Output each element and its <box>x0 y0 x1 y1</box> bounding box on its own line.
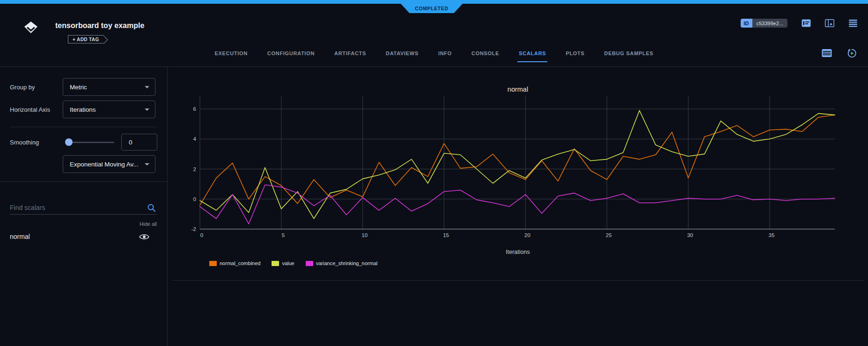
smoothing-row: Smoothing <box>0 134 167 151</box>
group-by-label: Group by <box>10 84 63 91</box>
group-by-select[interactable]: Metric <box>63 78 155 96</box>
top-accent-bar: COMPLETED <box>0 0 868 4</box>
legend-label: normal_combined <box>220 260 260 266</box>
chevron-down-icon <box>145 163 149 166</box>
svg-text:2: 2 <box>193 166 196 172</box>
svg-text:35: 35 <box>769 232 775 238</box>
smoothing-label: Smoothing <box>10 139 63 146</box>
sidebar: Group by Metric Horizontal Axis Iteratio… <box>0 67 168 346</box>
divider <box>10 127 157 127</box>
svg-text:-2: -2 <box>191 226 196 232</box>
menu-icon[interactable] <box>848 19 858 27</box>
tab-console[interactable]: CONSOLE <box>471 40 499 66</box>
tab-dataviews[interactable]: DATAVIEWS <box>386 40 419 66</box>
svg-text:5: 5 <box>282 232 285 238</box>
legend-label: value <box>282 260 294 266</box>
tab-bar: EXECUTION CONFIGURATION ARTIFACTS DATAVI… <box>0 40 868 67</box>
tab-configuration[interactable]: CONFIGURATION <box>267 40 315 66</box>
id-value: c53399e2... <box>752 19 788 28</box>
smoothing-method-row: Exponential Moving Av... <box>0 155 167 173</box>
svg-text:25: 25 <box>606 232 612 238</box>
legend-swatch <box>209 261 217 266</box>
smoothing-method-value: Exponential Moving Av... <box>70 161 139 168</box>
comment-icon[interactable] <box>802 19 811 27</box>
svg-text:30: 30 <box>687 232 693 238</box>
header-left: tensorboard toy example + ADD TAG <box>23 4 144 40</box>
horizontal-axis-value: Iterations <box>70 106 96 113</box>
tab-plots[interactable]: PLOTS <box>566 40 584 66</box>
tab-artifacts[interactable]: ARTIFACTS <box>334 40 366 66</box>
legend-swatch <box>306 261 313 266</box>
table-view-icon[interactable] <box>822 49 832 58</box>
tab-execution[interactable]: EXECUTION <box>214 40 247 66</box>
scalar-search <box>10 201 157 215</box>
group-by-value: Metric <box>70 84 87 91</box>
experiment-title: tensorboard toy example <box>55 21 144 31</box>
svg-text:15: 15 <box>443 232 449 238</box>
scalar-chart-card: normal -2024605101520253035 Iterations n… <box>171 67 864 281</box>
slider-track[interactable] <box>66 142 114 143</box>
experiment-id-chip[interactable]: ID c53399e2... <box>741 19 788 28</box>
hide-all-button[interactable]: Hide all <box>0 221 157 227</box>
tab-debug-samples[interactable]: DEBUG SAMPLES <box>604 40 654 66</box>
tab-list: EXECUTION CONFIGURATION ARTIFACTS DATAVI… <box>0 40 868 66</box>
chart-legend: normal_combined value variance_shrinking… <box>209 260 377 266</box>
horizontal-axis-select[interactable]: Iterations <box>63 101 155 118</box>
divider <box>0 181 167 182</box>
chevron-down-icon <box>145 108 149 111</box>
svg-text:6: 6 <box>193 106 196 112</box>
details-panel-icon[interactable] <box>825 19 834 27</box>
x-axis-label: Iterations <box>171 249 864 255</box>
tabbar-toolbar <box>822 48 857 58</box>
horizontal-axis-label: Horizontal Axis <box>10 106 63 113</box>
header-right: ID c53399e2... <box>741 4 858 28</box>
slider-thumb[interactable] <box>65 138 73 146</box>
app-logo-icon <box>23 21 38 34</box>
search-icon[interactable] <box>147 203 156 212</box>
tab-scalars[interactable]: SCALARS <box>519 40 546 66</box>
svg-text:0: 0 <box>193 196 196 202</box>
svg-text:10: 10 <box>361 232 368 238</box>
content: Group by Metric Horizontal Axis Iteratio… <box>0 67 868 346</box>
search-input[interactable] <box>10 201 157 214</box>
svg-text:20: 20 <box>524 232 530 238</box>
legend-item-variance-shrinking-normal[interactable]: variance_shrinking_normal <box>306 260 377 266</box>
main-panel: normal -2024605101520253035 Iterations n… <box>168 67 868 346</box>
group-by-row: Group by Metric <box>0 78 167 96</box>
legend-label: variance_shrinking_normal <box>316 260 377 266</box>
legend-swatch <box>272 261 279 266</box>
smoothing-slider[interactable] <box>66 138 114 146</box>
smoothing-method-select[interactable]: Exponential Moving Av... <box>63 155 155 173</box>
smoothing-value-input[interactable] <box>121 134 157 151</box>
metric-name: normal <box>10 233 30 240</box>
horizontal-axis-row: Horizontal Axis Iterations <box>0 101 167 118</box>
visibility-eye-icon[interactable] <box>139 233 149 240</box>
svg-text:0: 0 <box>200 232 203 238</box>
legend-item-normal-combined[interactable]: normal_combined <box>209 260 260 266</box>
status-badge: COMPLETED <box>401 4 463 13</box>
metric-row-normal: normal <box>10 233 157 240</box>
svg-text:4: 4 <box>193 136 197 142</box>
legend-item-value[interactable]: value <box>272 260 294 266</box>
chevron-down-icon <box>145 86 149 88</box>
tab-info[interactable]: INFO <box>438 40 452 66</box>
id-label: ID <box>741 19 752 28</box>
auto-refresh-icon[interactable] <box>847 48 857 58</box>
